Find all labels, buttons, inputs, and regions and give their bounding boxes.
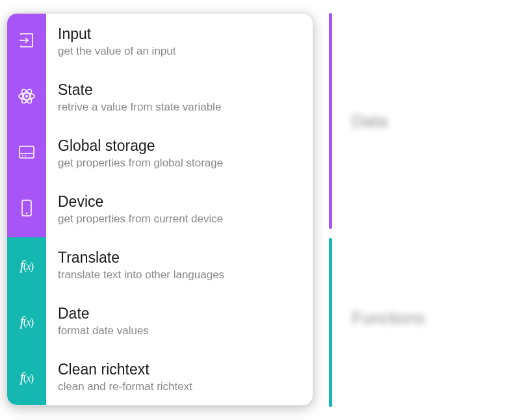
item-title: Input [58, 25, 313, 44]
svg-rect-4 [20, 146, 34, 158]
list-item[interactable]: Device get properties from current devic… [46, 181, 313, 237]
content-column: Input get the value of an input State re… [46, 14, 313, 405]
item-title: Clean richtext [58, 361, 313, 379]
bracket-label-data: Data [352, 111, 387, 131]
item-description: get properties from global storage [58, 157, 313, 170]
list-item[interactable]: Translate translate text into other lang… [46, 237, 313, 293]
list-item[interactable]: Global storage get properties from globa… [46, 125, 313, 181]
item-description: get properties from current device [58, 213, 313, 226]
item-icon-cell[interactable]: f(x) [7, 293, 46, 349]
list-item[interactable]: State retrive a value from state variabl… [46, 70, 313, 125]
item-description: translate text into other languages [58, 269, 313, 282]
item-icon-cell[interactable]: f(x) [7, 237, 46, 293]
item-title: Translate [58, 249, 313, 267]
item-title: Global storage [58, 137, 313, 155]
item-title: Device [58, 193, 313, 211]
item-icon-cell[interactable] [7, 181, 46, 237]
icon-column: f(x) f(x) f(x) [7, 14, 46, 405]
item-description: get the value of an input [58, 45, 313, 58]
item-icon-cell[interactable] [7, 70, 46, 125]
input-icon [18, 31, 36, 52]
item-description: format date values [58, 324, 313, 337]
svg-point-6 [22, 155, 23, 157]
device-icon [19, 198, 34, 220]
item-title: State [58, 81, 313, 99]
list-item[interactable]: Input get the value of an input [46, 14, 313, 70]
function-icon: f(x) [20, 369, 34, 386]
bracket-line [329, 238, 332, 407]
item-description: retrive a value from state variable [58, 101, 313, 114]
svg-point-7 [25, 155, 26, 157]
data-bracket: Data [329, 13, 425, 229]
svg-point-9 [26, 213, 28, 215]
svg-point-0 [25, 95, 28, 98]
list-item[interactable]: Date format date values [46, 293, 313, 349]
item-description: clean and re-format richtext [58, 380, 313, 393]
item-icon-cell[interactable]: f(x) [7, 349, 46, 405]
atom-icon [17, 86, 36, 109]
list-item[interactable]: Clean richtext clean and re-format richt… [46, 349, 313, 405]
item-icon-cell[interactable] [7, 14, 46, 70]
bracket-label-functions: Functions [352, 308, 425, 328]
action-panel: f(x) f(x) f(x) Input get the value of an… [6, 13, 313, 406]
function-icon: f(x) [20, 313, 34, 330]
functions-bracket: Functions [329, 229, 425, 407]
bracket-line [329, 13, 332, 229]
category-brackets: Data Functions [329, 13, 425, 407]
storage-icon [18, 144, 36, 163]
function-icon: f(x) [20, 257, 34, 274]
item-title: Date [58, 305, 313, 323]
item-icon-cell[interactable] [7, 125, 46, 181]
